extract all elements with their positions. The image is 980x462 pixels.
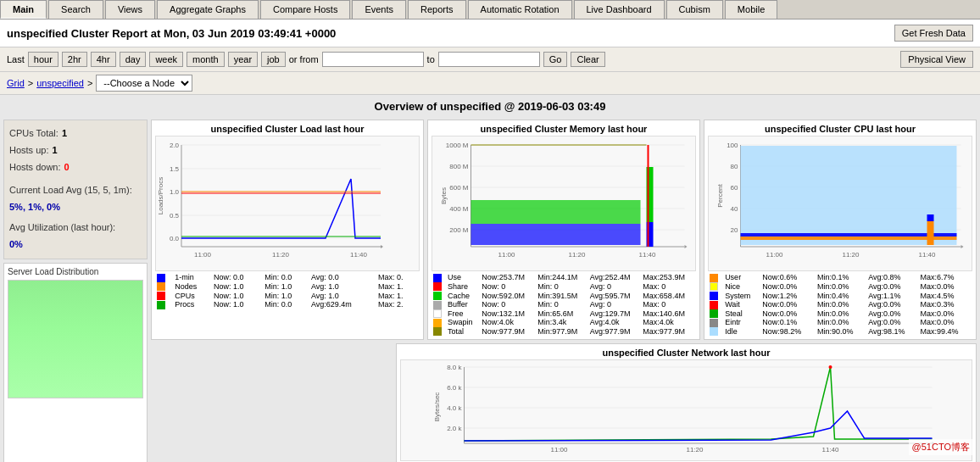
- overview-title: Overview of unspecified @ 2019-06-03 03:…: [0, 95, 980, 116]
- from-date-input[interactable]: [322, 52, 424, 67]
- time-2hr-button[interactable]: 2hr: [62, 52, 87, 67]
- tab-cubism[interactable]: Cubism: [666, 0, 723, 19]
- to-date-input[interactable]: [438, 52, 540, 67]
- svg-text:11:20: 11:20: [842, 251, 860, 259]
- svg-text:40: 40: [731, 205, 738, 213]
- tab-events[interactable]: Events: [352, 0, 406, 19]
- svg-point-80: [829, 365, 832, 369]
- svg-text:11:40: 11:40: [638, 251, 656, 259]
- load-legend: 1-minNow: 0.0Min: 0.0Avg: 0.0Max: 0. Nod…: [155, 273, 420, 309]
- left-panel: CPUs Total: 1 Hosts up: 1 Hosts down: 0 …: [3, 120, 148, 462]
- tab-aggregate-graphs[interactable]: Aggregate Graphs: [157, 0, 259, 19]
- svg-text:11:40: 11:40: [821, 446, 839, 454]
- or-from-label: or from: [289, 54, 319, 64]
- hosts-down-value: 0: [64, 159, 70, 176]
- svg-text:11:00: 11:00: [550, 446, 568, 454]
- svg-marker-36: [685, 245, 688, 248]
- memory-chart-title: unspecified Cluster Memory last hour: [432, 124, 696, 134]
- time-week-button[interactable]: week: [149, 52, 183, 67]
- network-chart-title: unspecified Cluster Network last hour: [400, 348, 972, 358]
- svg-text:6.0 k: 6.0 k: [447, 384, 462, 392]
- svg-text:11:00: 11:00: [766, 251, 783, 259]
- time-4hr-button[interactable]: 4hr: [91, 52, 116, 67]
- svg-rect-64: [927, 214, 934, 221]
- clear-button[interactable]: Clear: [571, 52, 604, 67]
- network-chart-area: 8.0 k 6.0 k 4.0 k 2.0 k 11:00 11:20 11:4…: [400, 359, 972, 461]
- go-button[interactable]: Go: [543, 52, 568, 67]
- svg-text:Percent: Percent: [716, 183, 724, 207]
- tab-live-dashboard[interactable]: Live Dashboard: [574, 0, 665, 19]
- grid-link[interactable]: Grid: [7, 78, 25, 88]
- svg-text:1.0: 1.0: [170, 188, 180, 196]
- svg-rect-62: [741, 233, 957, 237]
- svg-rect-60: [741, 146, 957, 245]
- tab-reports[interactable]: Reports: [408, 0, 466, 19]
- svg-text:80: 80: [731, 163, 738, 170]
- watermark: @51CTO博客: [909, 439, 973, 455]
- hosts-up-label: Hosts up:: [9, 142, 48, 159]
- current-load-label: Current Load Avg (15, 5, 1m):: [9, 185, 132, 195]
- tab-compare-hosts[interactable]: Compare Hosts: [260, 0, 350, 19]
- svg-text:800 M: 800 M: [449, 163, 469, 170]
- cpu-chart-title: unspecified Cluster CPU last hour: [708, 124, 972, 134]
- node-select[interactable]: --Choose a Node: [96, 75, 192, 92]
- last-label: Last: [7, 54, 25, 64]
- physical-view-button[interactable]: Physical View: [900, 51, 973, 68]
- breadcrumb: Grid > unspecified > --Choose a Node: [0, 72, 980, 95]
- time-day-button[interactable]: day: [120, 52, 147, 67]
- time-bar: Last hour 2hr 4hr day week month year jo…: [0, 47, 980, 72]
- tab-mobile[interactable]: Mobile: [725, 0, 777, 19]
- svg-marker-59: [961, 245, 964, 248]
- svg-text:400 M: 400 M: [449, 205, 469, 213]
- svg-rect-61: [741, 237, 957, 240]
- to-label: to: [427, 54, 435, 64]
- header-bar: unspecified Cluster Report at Mon, 03 Ju…: [0, 19, 980, 47]
- svg-text:11:20: 11:20: [568, 251, 586, 259]
- time-hour-button[interactable]: hour: [28, 52, 58, 67]
- cpu-legend: UserNow:0.6%Min:0.1%Avg:0.8%Max:6.7% Nic…: [708, 273, 972, 336]
- page-title: unspecified Cluster Report at Mon, 03 Ju…: [7, 27, 336, 40]
- svg-text:11:00: 11:00: [194, 251, 212, 259]
- unspecified-link[interactable]: unspecified: [36, 78, 84, 88]
- svg-marker-16: [381, 245, 383, 248]
- server-load-distribution: Server Load Distribution: [3, 263, 148, 462]
- svg-text:600 M: 600 M: [449, 184, 469, 192]
- time-month-button[interactable]: month: [187, 52, 225, 67]
- current-load-value: 5%, 1%, 0%: [9, 202, 60, 212]
- tab-main[interactable]: Main: [0, 0, 47, 19]
- charts-area: unspecified Cluster Load last hour 2.0: [151, 120, 977, 462]
- svg-text:0.5: 0.5: [170, 212, 180, 220]
- svg-text:20: 20: [731, 226, 738, 234]
- svg-text:8.0 k: 8.0 k: [447, 364, 462, 371]
- bottom-charts-row: unspecified Cluster Network last hour 8.…: [151, 343, 977, 462]
- server-dist-title: Server Load Distribution: [8, 267, 143, 276]
- cpu-chart-panel: unspecified Cluster CPU last hour 100 8: [704, 120, 977, 340]
- svg-text:60: 60: [731, 184, 738, 192]
- svg-text:11:40: 11:40: [350, 251, 368, 259]
- load-chart-title: unspecified Cluster Load last hour: [155, 124, 420, 134]
- tab-views[interactable]: Views: [105, 0, 155, 19]
- svg-rect-63: [927, 221, 934, 245]
- svg-text:100: 100: [727, 142, 738, 149]
- time-job-button[interactable]: job: [261, 52, 286, 67]
- svg-text:11:40: 11:40: [918, 251, 936, 259]
- avg-util-label: Avg Utilization (last hour):: [9, 222, 115, 232]
- memory-chart-area: 1000 M 800 M 600 M 400 M 200 M 11:00 11:…: [432, 136, 696, 271]
- cpus-value: 1: [62, 125, 67, 142]
- time-year-button[interactable]: year: [228, 52, 258, 67]
- svg-text:11:20: 11:20: [272, 251, 290, 259]
- svg-text:11:20: 11:20: [686, 446, 704, 454]
- network-chart-panel: unspecified Cluster Network last hour 8.…: [396, 343, 977, 462]
- avg-util-value: 0%: [9, 239, 23, 249]
- tab-search[interactable]: Search: [48, 0, 103, 19]
- tab-automatic-rotation[interactable]: Automatic Rotation: [468, 0, 572, 19]
- svg-text:Loads/Procs: Loads/Procs: [157, 177, 164, 214]
- svg-text:11:00: 11:00: [498, 251, 515, 259]
- stats-panel: CPUs Total: 1 Hosts up: 1 Hosts down: 0 …: [3, 120, 148, 259]
- svg-text:0.0: 0.0: [170, 235, 180, 242]
- svg-text:2.0 k: 2.0 k: [447, 425, 462, 432]
- svg-rect-41: [471, 200, 641, 224]
- get-fresh-data-button[interactable]: Get Fresh Data: [894, 25, 973, 42]
- top-charts-row: unspecified Cluster Load last hour 2.0: [151, 120, 977, 340]
- tab-bar: Main Search Views Aggregate Graphs Compa…: [0, 0, 980, 19]
